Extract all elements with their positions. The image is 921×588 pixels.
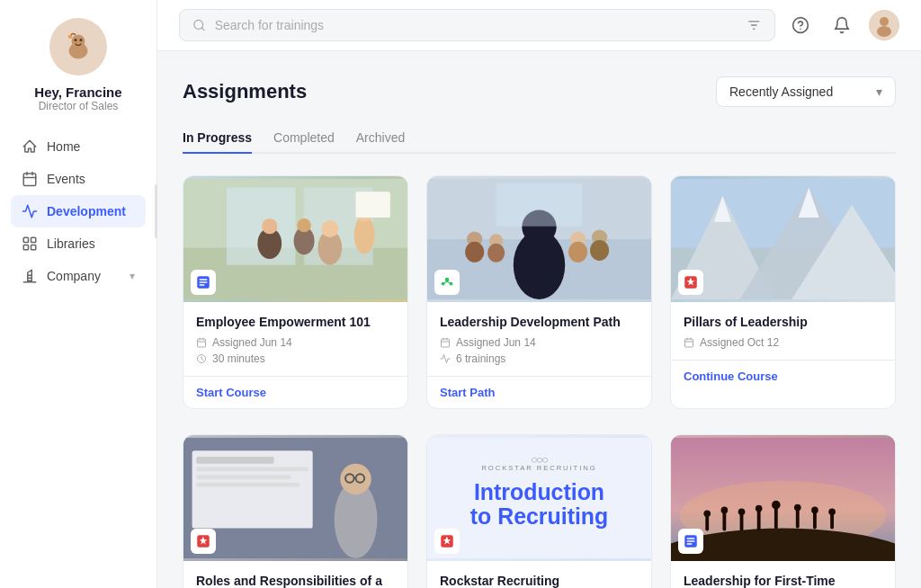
home-icon [22,138,38,155]
card-first-managers-body: Leadership for First-Time Managers Assig… [671,561,895,588]
help-button[interactable] [786,11,815,40]
svg-rect-97 [774,507,778,530]
card-roles-body: Roles and Responsibilities of a Team Lea… [183,561,407,588]
sidebar-item-company[interactable]: Company ▾ [11,260,146,292]
svg-point-102 [811,507,818,514]
svg-point-94 [738,508,746,515]
sort-dropdown[interactable]: Recently Assigned ▾ [716,76,896,107]
card-first-managers-badge [678,529,703,554]
svg-point-41 [465,242,484,263]
page-title: Assignments [183,80,307,103]
svg-point-90 [703,510,711,517]
svg-point-47 [590,240,609,261]
card-leadership-dev[interactable]: Leadership Development Path Assigned Jun… [426,175,652,409]
svg-point-4 [80,39,83,41]
events-icon [22,171,38,187]
svg-point-19 [877,26,891,37]
svg-point-96 [756,505,763,512]
sidebar-item-company-label: Company [47,269,101,283]
svg-rect-95 [757,510,761,530]
svg-rect-99 [796,509,800,528]
svg-rect-7 [23,237,28,242]
svg-rect-32 [356,192,390,218]
card-roles-image [183,435,407,561]
sidebar-item-development-label: Development [47,204,126,218]
svg-rect-34 [198,339,206,347]
sidebar-role: Director of Sales [39,100,119,112]
svg-point-43 [487,244,505,263]
active-indicator [155,184,157,238]
card-pillars-meta: Assigned Oct 12 [684,336,882,349]
card-empowerment-action[interactable]: Start Course [183,376,407,408]
sidebar-item-libraries-label: Libraries [47,236,95,251]
content-area: Assignments Recently Assigned ▾ In Progr… [157,51,921,588]
card-empowerment-image [183,176,407,302]
filter-icon[interactable] [747,17,762,33]
tab-archived[interactable]: Archived [356,123,405,154]
card-empowerment-assigned: Assigned Jun 14 [196,336,395,349]
svg-rect-48 [496,183,583,227]
search-icon [192,18,206,32]
search-input[interactable] [215,18,738,32]
card-rockstar[interactable]: ⬡⬡⬡ ROCKSTAR RECRUITING Introduction to … [426,434,652,588]
content-header: Assignments Recently Assigned ▾ [183,76,896,107]
card-rockstar-badge [434,529,460,554]
card-roles-title: Roles and Responsibilities of a Team Lea… [196,574,395,588]
card-pillars-action[interactable]: Continue Course [671,360,895,392]
card-pillars-badge [678,270,703,295]
svg-rect-9 [23,245,28,250]
card-roles[interactable]: Roles and Responsibilities of a Team Lea… [183,434,408,588]
card-leadership-dev-action[interactable]: Start Path [427,376,651,408]
main-area: Assignments Recently Assigned ▾ In Progr… [157,0,921,588]
card-leadership-dev-image [427,176,651,302]
svg-rect-93 [740,513,744,530]
svg-point-3 [75,39,77,41]
company-icon [22,268,38,284]
svg-point-18 [880,17,889,26]
topbar-icons [786,10,899,40]
card-empowerment-meta: Assigned Jun 14 30 minutes [196,336,395,365]
card-empowerment-badge [191,270,216,295]
svg-rect-71 [196,483,300,487]
card-leadership-dev-badge [434,270,460,295]
sidebar: Hey, Francine Director of Sales Home Eve… [0,0,157,588]
tab-completed[interactable]: Completed [273,123,335,154]
svg-point-25 [262,218,277,234]
svg-point-92 [721,507,729,514]
sidebar-username: Hey, Francine [34,85,121,100]
user-avatar-topbar[interactable] [869,10,899,40]
sidebar-item-home[interactable]: Home [11,130,146,163]
search-bar[interactable] [179,9,775,41]
svg-point-100 [794,504,801,512]
svg-rect-103 [830,513,834,529]
card-rockstar-title: Rockstar Recruiting [440,574,639,588]
sort-dropdown-label: Recently Assigned [729,85,833,99]
sidebar-item-events[interactable]: Events [11,163,146,195]
card-empowerment[interactable]: Employee Empowerment 101 Assigned Jun 14… [183,175,408,409]
tabs: In Progress Completed Archived [183,123,896,154]
card-pillars-body: Pillars of Leadership Assigned Oct 12 [671,302,895,349]
svg-point-16 [800,29,801,30]
card-first-managers-title: Leadership for First-Time Managers [684,574,882,588]
card-pillars[interactable]: Pillars of Leadership Assigned Oct 12 Co… [670,175,896,409]
card-pillars-assigned: Assigned Oct 12 [684,336,882,349]
chevron-down-icon: ▾ [130,270,135,282]
svg-rect-10 [31,245,36,250]
tab-in-progress[interactable]: In Progress [183,123,252,154]
notifications-button[interactable] [827,11,856,40]
card-first-managers[interactable]: Leadership for First-Time Managers Assig… [670,434,896,588]
svg-point-98 [772,501,781,510]
card-pillars-image [671,176,895,302]
svg-point-49 [445,278,450,282]
card-leadership-dev-title: Leadership Development Path [440,315,639,329]
svg-rect-89 [705,515,709,530]
sidebar-item-libraries[interactable]: Libraries [11,227,146,260]
svg-point-5 [68,35,73,40]
avatar [49,18,107,76]
svg-rect-8 [31,237,36,242]
svg-text:Introduction: Introduction [474,479,604,504]
sidebar-nav: Home Events Development Libraries [0,130,156,292]
sidebar-item-development[interactable]: Development [11,195,146,227]
card-empowerment-body: Employee Empowerment 101 Assigned Jun 14… [183,302,407,365]
svg-rect-101 [813,512,817,529]
